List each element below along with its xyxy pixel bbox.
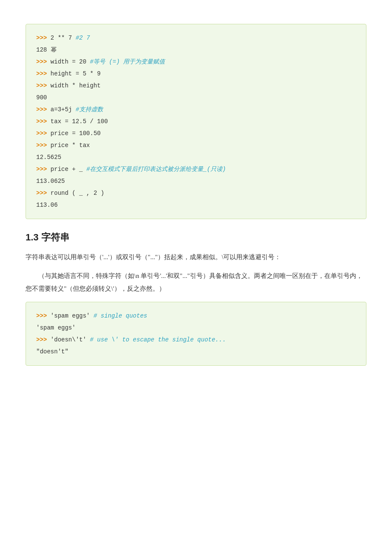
code-text: width * height [51, 82, 101, 89]
code-line: >>> width * height [36, 80, 356, 92]
prompt: >>> [36, 130, 51, 137]
code-text: 'spam eggs' [51, 312, 94, 319]
code-text: price * tax [51, 142, 90, 149]
code-line: >>> 'spam eggs' # single quotes [36, 310, 356, 322]
code-text: 2 ** 7 [51, 35, 76, 41]
code-line: >>> price + _ #在交互模式下最后打印表达式被分派给变量_(只读) [36, 163, 356, 175]
output-line: 113.0625 [36, 175, 356, 187]
output-line: 'spam eggs' [36, 322, 356, 334]
prompt: >>> [36, 142, 51, 149]
output-text: 128 幂 [36, 46, 57, 53]
code-line: >>> tax = 12.5 / 100 [36, 116, 356, 127]
code-text: a=3+5j [51, 106, 76, 113]
output-text: 113.06 [36, 202, 58, 208]
output-line: 113.06 [36, 199, 356, 211]
code-text: price = 100.50 [51, 130, 101, 137]
prompt: >>> [36, 312, 51, 319]
code-text: 'doesn\'t' [51, 336, 90, 343]
prompt: >>> [36, 35, 51, 41]
code-block-1: >>> 2 ** 7 #2 7 128 幂 >>> width = 20 #等号… [26, 24, 366, 219]
code-line: >>> 'doesn\'t' # use \' to escape the si… [36, 334, 356, 346]
code-line: >>> a=3+5j #支持虚数 [36, 104, 356, 116]
code-line: >>> round ( _ , 2 ) [36, 187, 356, 199]
section-heading-13: 1.3 字符串 [26, 231, 366, 244]
code-line: >>> price = 100.50 [36, 127, 356, 139]
comment: # use \' to escape the single quote... [90, 336, 226, 343]
prompt: >>> [36, 166, 51, 173]
prompt: >>> [36, 82, 51, 89]
code-text: width = 20 [51, 58, 90, 65]
code-line: >>> width = 20 #等号 (=) 用于为变量赋值 [36, 56, 356, 68]
code-text: price + _ [51, 166, 86, 173]
comment: #等号 (=) 用于为变量赋值 [90, 58, 165, 65]
prompt: >>> [36, 58, 51, 65]
section-title: 字符串 [41, 232, 69, 243]
output-line: 900 [36, 92, 356, 104]
output-line: 128 幂 [36, 44, 356, 56]
code-line: >>> price * tax [36, 139, 356, 151]
prompt: >>> [36, 190, 51, 197]
code-text: tax = 12.5 / 100 [51, 118, 108, 125]
code-line: >>> height = 5 * 9 [36, 68, 356, 80]
prompt: >>> [36, 118, 51, 125]
prompt: >>> [36, 106, 51, 113]
code-line: >>> 2 ** 7 #2 7 [36, 32, 356, 44]
output-line: 12.5625 [36, 151, 356, 163]
code-block-2: >>> 'spam eggs' # single quotes 'spam eg… [26, 302, 366, 366]
comment: #2 7 [75, 35, 90, 41]
paragraph-1: 字符串表达可以用单引号（'...'）或双引号（"..."）括起来，成果相似。\可… [26, 251, 366, 263]
paragraph-2: （与其她语言不同，特殊字符（如\n 单引号'...'和双"..."引号）具备相似… [26, 269, 366, 295]
comment: # single quotes [93, 312, 147, 319]
code-text: round ( _ , 2 ) [51, 190, 104, 197]
comment: #在交互模式下最后打印表达式被分派给变量_(只读) [86, 166, 226, 173]
output-text: 'spam eggs' [36, 324, 75, 331]
code-text: height = 5 * 9 [51, 70, 101, 77]
section-number: 1.3 [26, 232, 41, 243]
output-text: "doesn't" [36, 348, 69, 355]
output-line: "doesn't" [36, 346, 356, 358]
output-text: 113.0625 [36, 178, 65, 185]
output-text: 900 [36, 94, 47, 101]
comment: #支持虚数 [75, 106, 103, 113]
prompt: >>> [36, 70, 51, 77]
prompt: >>> [36, 336, 51, 343]
output-text: 12.5625 [36, 154, 61, 161]
